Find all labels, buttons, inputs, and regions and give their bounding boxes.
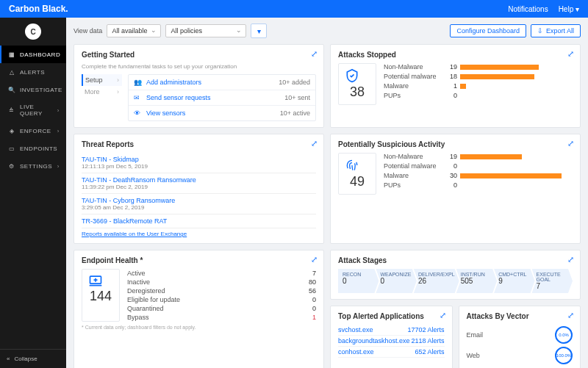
card-title: Attacks Stopped: [338, 51, 573, 59]
gear-icon: ⚙: [8, 162, 15, 170]
setup-task[interactable]: 👥Add administrators10+ added: [129, 75, 315, 90]
sidebar-item-enforce[interactable]: ◈ENFORCE›: [0, 122, 66, 140]
view-data-label: View data: [74, 27, 102, 35]
card-title: Attack Stages: [338, 256, 573, 264]
health-row: Bypass1: [127, 313, 316, 322]
sidebar: C ▦DASHBOARD△ALERTS🔍INVESTIGATE≙LIVE QUE…: [0, 18, 66, 368]
health-row: Quarantined0: [127, 304, 316, 313]
popout-icon[interactable]: ⤢: [567, 311, 574, 320]
card-getting-started: ⤢ Getting Started Complete the fundament…: [74, 44, 324, 128]
chevron-right-icon: ›: [57, 128, 60, 134]
funnel-icon: ▾: [257, 27, 261, 35]
card-attack-stages: ⤢ Attack Stages RECON0WEAPONIZE0DELIVER/…: [330, 250, 581, 300]
setup-step[interactable]: More ›: [82, 86, 122, 98]
setup-task[interactable]: ✉Send sensor requests10+ sent: [129, 90, 315, 106]
attack-stage[interactable]: DELIVER/EXPL26: [414, 269, 459, 293]
app-row[interactable]: svchost.exe17702 Alerts: [338, 325, 445, 336]
popout-icon[interactable]: ⤢: [567, 139, 574, 148]
card-title: Top Alerted Applications: [338, 312, 445, 320]
setup-step[interactable]: Setup ›: [82, 74, 122, 86]
sidebar-item-settings[interactable]: ⚙SETTINGS›: [0, 157, 66, 175]
threat-reports-more-link[interactable]: Reports available on the User Exchange: [82, 231, 187, 237]
card-top-alerted-apps: ⤢ Top Alerted Applications svchost.exe17…: [330, 306, 453, 368]
sidebar-item-investigate[interactable]: 🔍INVESTIGATE: [0, 81, 66, 98]
metric-row: Potential malware0: [384, 162, 573, 170]
ring-chart: 0.0%: [555, 326, 573, 344]
pulse-icon: ≙: [8, 107, 15, 114]
card-title: Endpoint Health *: [82, 256, 316, 264]
card-attacks-stopped: ⤢ Attacks Stopped 38 Non-Malware19Potent…: [330, 44, 581, 128]
card-endpoint-health: ⤢ Endpoint Health * 144 Active7Inactive8…: [74, 250, 324, 368]
warn-icon: △: [8, 68, 15, 76]
help-link[interactable]: Help ▾: [559, 5, 579, 13]
popout-icon[interactable]: ⤢: [567, 255, 574, 264]
export-all-button[interactable]: ⇩Export All: [531, 24, 581, 37]
popout-icon[interactable]: ⤢: [311, 139, 318, 148]
device-plus-icon: [88, 274, 113, 287]
ring-chart: 100.0%: [555, 347, 573, 364]
threat-report-item[interactable]: TAU-TIN - Cyborg Ransomware3:29:05 am De…: [82, 194, 316, 214]
search-icon: 🔍: [8, 86, 15, 93]
collapse-icon: «: [7, 356, 10, 362]
card-title: Potentially Suspicious Activity: [338, 140, 573, 148]
attack-stage[interactable]: EXECUTE GOAL7: [532, 269, 573, 293]
top-bar: Carbon Black. Notifications Help ▾: [0, 0, 588, 18]
shield-icon: ◈: [8, 127, 15, 134]
device-icon: ▭: [8, 145, 15, 152]
popout-icon[interactable]: ⤢: [311, 49, 318, 59]
threat-report-item[interactable]: TR-3669 - BlackRemote RAT: [82, 214, 316, 228]
controls-bar: View data All available All policies ▾ C…: [74, 24, 581, 38]
brand-title: Carbon Black.: [9, 4, 68, 14]
chevron-right-icon: ›: [57, 163, 60, 170]
sidebar-item-live-query[interactable]: ≙LIVE QUERY›: [0, 98, 66, 122]
app-row[interactable]: backgroundtaskhost.exe2118 Alerts: [338, 336, 445, 347]
metric-total: 49: [338, 153, 376, 195]
filter-button[interactable]: ▾: [251, 24, 267, 38]
app-row[interactable]: conhost.exe652 Alerts: [338, 347, 445, 358]
card-suspicious-activity: ⤢ Potentially Suspicious Activity 49 Non…: [330, 134, 581, 244]
card-title: Threat Reports: [82, 140, 316, 148]
setup-task[interactable]: 👁View sensors10+ active: [129, 106, 315, 120]
notifications-link[interactable]: Notifications: [508, 5, 548, 13]
health-row: Eligible for update0: [127, 295, 316, 304]
attack-stage[interactable]: RECON0: [338, 269, 379, 293]
fingerprint-icon: [345, 158, 370, 173]
sidebar-item-alerts[interactable]: △ALERTS: [0, 63, 66, 81]
metric-row: Malware30: [384, 172, 573, 179]
card-title: Getting Started: [82, 51, 316, 59]
attack-stage[interactable]: WEAPONIZE0: [376, 269, 416, 293]
collapse-sidebar[interactable]: « Collapse: [0, 349, 66, 368]
card-threat-reports: ⤢ Threat Reports TAU-TIN - Skidmap12:11:…: [74, 134, 324, 244]
metric-row: PUPs0: [384, 181, 573, 189]
threat-report-item[interactable]: TAU-TIN - DeathRansom Ransomware11:39:22…: [82, 173, 316, 194]
metric-total: 38: [338, 63, 376, 105]
grid-icon: ▦: [8, 51, 15, 58]
popout-icon[interactable]: ⤢: [440, 311, 446, 320]
attack-stage[interactable]: CMD+CTRL9: [494, 269, 534, 293]
avatar[interactable]: C: [25, 24, 41, 40]
card-subtitle: Complete the fundamental tasks to set up…: [82, 63, 316, 70]
sidebar-item-dashboard[interactable]: ▦DASHBOARD: [0, 46, 66, 63]
chevron-right-icon: ›: [57, 107, 60, 114]
shield-check-icon: [345, 68, 370, 83]
metric-row: PUPs0: [384, 92, 573, 99]
filter-availability-select[interactable]: All available: [107, 24, 161, 37]
card-attacks-by-vector: ⤢ Attacks By Vector Email0.0%Web100.0%: [459, 306, 581, 368]
metric-total: 144: [82, 269, 120, 322]
popout-icon[interactable]: ⤢: [311, 255, 318, 264]
metric-row: Malware1: [384, 82, 573, 90]
health-row: Active7: [127, 269, 316, 278]
popout-icon[interactable]: ⤢: [567, 49, 574, 59]
threat-report-item[interactable]: TAU-TIN - Skidmap12:11:13 pm Dec 5, 2019: [82, 153, 316, 173]
attack-stage[interactable]: INST/RUN505: [456, 269, 497, 293]
sidebar-item-endpoints[interactable]: ▭ENDPOINTS: [0, 140, 66, 157]
filter-policies-select[interactable]: All policies: [165, 24, 246, 37]
download-icon: ⇩: [537, 27, 543, 35]
task-icon: 👁: [134, 109, 143, 117]
health-row: Inactive80: [127, 278, 316, 286]
configure-dashboard-button[interactable]: Configure Dashboard: [450, 24, 526, 37]
task-icon: ✉: [134, 94, 143, 101]
metric-row: Potential malware18: [384, 73, 573, 80]
task-icon: 👥: [134, 79, 143, 86]
metric-row: Non-Malware19: [384, 63, 573, 71]
